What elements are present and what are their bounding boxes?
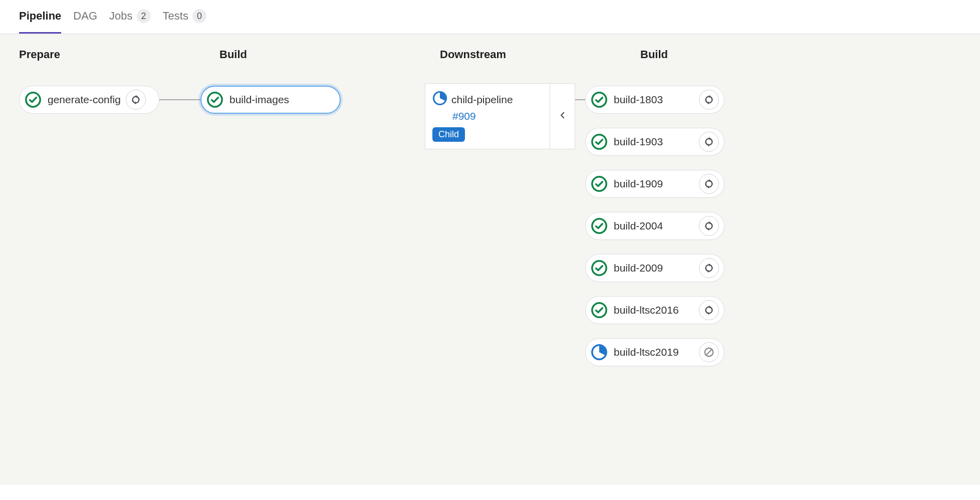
cancel-button[interactable]: [699, 342, 719, 362]
retry-button[interactable]: [126, 90, 146, 110]
retry-button[interactable]: [699, 300, 719, 320]
job-label: build-images: [229, 94, 289, 106]
running-icon: [432, 91, 447, 108]
stage-title-downstream: Downstream: [440, 48, 620, 61]
success-icon: [591, 260, 608, 277]
svg-line-13: [706, 350, 712, 355]
running-icon: [591, 344, 608, 361]
retry-button[interactable]: [699, 216, 719, 236]
job-label: build-2004: [614, 220, 663, 232]
tab-dag[interactable]: DAG: [73, 9, 97, 34]
stage-title-prepare: Prepare: [19, 48, 199, 61]
job-build-ltsc2019[interactable]: build-ltsc2019: [585, 338, 724, 366]
tab-dag-label: DAG: [73, 10, 97, 23]
stage-title-build2: Build: [640, 48, 791, 61]
job-build-1903[interactable]: build-1903: [585, 128, 724, 156]
job-label: generate-config: [48, 94, 121, 106]
collapse-toggle[interactable]: [550, 84, 575, 149]
downstream-title: child-pipeline: [451, 94, 513, 106]
downstream-id[interactable]: #909: [452, 110, 541, 122]
job-generate-config[interactable]: generate-config: [19, 86, 159, 114]
success-icon: [206, 91, 223, 108]
success-icon: [591, 217, 608, 234]
job-label: build-2009: [614, 262, 663, 274]
tab-tests[interactable]: Tests 0: [163, 9, 206, 34]
job-label: build-1909: [614, 178, 663, 190]
job-label: build-1903: [614, 136, 663, 148]
retry-button[interactable]: [699, 258, 719, 278]
success-icon: [591, 302, 608, 319]
job-label: build-ltsc2019: [614, 346, 679, 358]
tab-tests-label: Tests: [163, 10, 188, 23]
downstream-title-row: child-pipeline: [432, 91, 541, 108]
tab-jobs[interactable]: Jobs 2: [109, 9, 150, 34]
tab-pipeline[interactable]: Pipeline: [19, 9, 61, 34]
pipeline-graph: Prepare Build Downstream Build generate-…: [0, 34, 980, 485]
job-label: build-ltsc2016: [614, 304, 679, 316]
downstream-child-pipeline[interactable]: child-pipeline #909 Child: [425, 83, 575, 149]
job-build-images[interactable]: build-images: [200, 86, 341, 114]
retry-button[interactable]: [699, 132, 719, 152]
success-icon: [591, 133, 608, 150]
tabs-bar: Pipeline DAG Jobs 2 Tests 0: [0, 0, 980, 34]
retry-button[interactable]: [699, 90, 719, 110]
tab-pipeline-label: Pipeline: [19, 10, 61, 23]
success-icon: [25, 91, 42, 108]
stage-title-build: Build: [219, 48, 420, 61]
downstream-main: child-pipeline #909 Child: [425, 84, 550, 149]
tab-tests-count: 0: [192, 9, 206, 23]
downstream-badge: Child: [432, 127, 465, 142]
stage-headers: Prepare Build Downstream Build: [19, 48, 961, 61]
tab-jobs-label: Jobs: [109, 10, 132, 23]
tab-jobs-count: 2: [137, 9, 151, 23]
job-build-ltsc2016[interactable]: build-ltsc2016: [585, 296, 724, 324]
job-label: build-1803: [614, 94, 663, 106]
chevron-left-icon: [558, 111, 567, 122]
job-build-1909[interactable]: build-1909: [585, 170, 724, 198]
job-build-2004[interactable]: build-2004: [585, 212, 724, 240]
job-build-2009[interactable]: build-2009: [585, 254, 724, 282]
success-icon: [591, 175, 608, 192]
success-icon: [591, 91, 608, 108]
job-build-1803[interactable]: build-1803: [585, 86, 724, 114]
retry-button[interactable]: [699, 174, 719, 194]
